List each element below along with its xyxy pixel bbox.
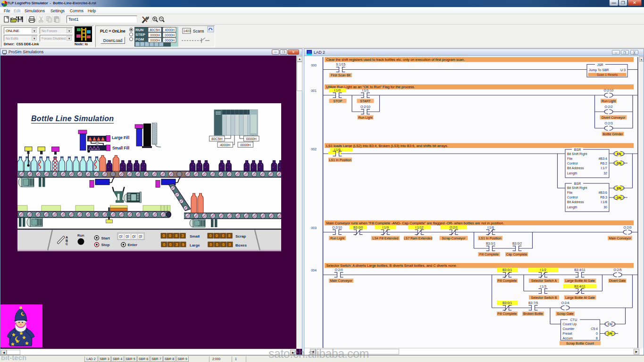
svg-text:START: START — [360, 99, 371, 103]
svg-text:3: 3 — [182, 233, 184, 238]
svg-text:Selector Switch B: Selector Switch B — [531, 296, 557, 299]
svg-text:Broken Bottle: Broken Bottle — [523, 312, 543, 315]
svg-text:4000H: 4000H — [165, 28, 175, 32]
svg-text:Scan 1 Resets: Scan 1 Resets — [597, 73, 618, 76]
svg-text:Scans: Scans — [193, 29, 204, 33]
svg-text:Counter: Counter — [563, 327, 575, 330]
svg-text:STEP: STEP — [135, 33, 146, 37]
svg-text:I:1/2: I:1/2 — [540, 268, 546, 272]
svg-text:Bit Address: Bit Address — [567, 200, 584, 204]
svg-text:O:2/3: O:2/3 — [604, 122, 612, 125]
svg-text:File: File — [567, 191, 572, 194]
svg-text:Scrap Bottle Count: Scrap Bottle Count — [566, 342, 594, 346]
svg-text:0: 0 — [229, 242, 231, 247]
svg-text:O:2/2: O:2/2 — [604, 105, 612, 108]
svg-text:Fill Complete: Fill Complete — [479, 253, 499, 256]
svg-text:LS1 In Position: LS1 In Position — [329, 158, 351, 162]
svg-text:0000H: 0000H — [165, 39, 175, 42]
svg-text:0: 0 — [209, 233, 212, 238]
svg-text:O:2/10: O:2/10 — [360, 105, 370, 108]
svg-text:A: A — [66, 236, 68, 239]
svg-text:Divert Conveyor: Divert Conveyor — [602, 116, 626, 120]
svg-text:BSR: BSR — [574, 182, 581, 185]
svg-text:I:1/12: I:1/12 — [415, 226, 424, 229]
svg-text:9: 9 — [182, 242, 184, 247]
svg-text:DN: DN — [608, 332, 612, 335]
svg-text:O:2/10: O:2/10 — [332, 226, 342, 229]
svg-text:0: 0 — [169, 242, 172, 247]
svg-text:R6:2: R6:2 — [600, 162, 607, 165]
svg-text:File: File — [567, 157, 572, 160]
svg-text:Bottle Line Simulation: Bottle Line Simulation — [31, 115, 114, 123]
svg-text:I:1/9: I:1/9 — [382, 226, 389, 229]
svg-text:Cap Complete: Cap Complete — [506, 253, 527, 256]
svg-text:8: 8 — [596, 337, 598, 340]
svg-text:I:1/1: I:1/1 — [362, 89, 369, 92]
svg-text:I:1/8: I:1/8 — [601, 200, 607, 204]
svg-text:Jump To SBR: Jump To SBR — [589, 68, 609, 72]
svg-text:B3:0/1: B3:0/1 — [502, 301, 512, 304]
svg-text:I:1/0: I:1/0 — [334, 89, 341, 92]
svg-text:Run Light: Run Light — [330, 237, 344, 240]
svg-text:0: 0 — [596, 332, 598, 335]
svg-text:0: 0 — [222, 233, 224, 238]
svg-text:0: 0 — [163, 242, 165, 247]
svg-text:EN: EN — [617, 187, 621, 190]
svg-text:8: 8 — [175, 233, 177, 238]
svg-text:Boxes: Boxes — [235, 243, 247, 247]
svg-text:I:1/7: I:1/7 — [601, 166, 607, 170]
svg-text:C5:4: C5:4 — [591, 327, 598, 330]
svg-text:0: 0 — [222, 242, 225, 247]
svg-text:I:1/3: I:1/3 — [540, 285, 546, 288]
svg-text:Length: Length — [567, 206, 577, 209]
svg-text:0: 0 — [169, 233, 171, 238]
svg-text:0: 0 — [125, 234, 128, 239]
svg-text:Run Light: Run Light — [359, 116, 373, 120]
svg-text:Accum: Accum — [563, 337, 573, 340]
svg-text:#B3:6: #B3:6 — [599, 191, 607, 194]
svg-text:B3:4/11: B3:4/11 — [574, 268, 585, 272]
svg-text:Large: Large — [190, 243, 200, 247]
svg-text:B3:0/1: B3:0/1 — [502, 268, 512, 272]
svg-text:EN: EN — [617, 152, 621, 156]
svg-text:Large Bottle At Gate: Large Bottle At Gate — [565, 279, 595, 283]
svg-text:LS7 Ram Extended: LS7 Ram Extended — [404, 237, 433, 240]
svg-text:0000H: 0000H — [240, 143, 251, 147]
svg-text:LS1 In Position: LS1 In Position — [479, 237, 501, 240]
svg-text:3: 3 — [176, 242, 178, 247]
svg-text:B3:0/2: B3:0/2 — [512, 242, 522, 245]
svg-text:Scrap Gate: Scrap Gate — [557, 312, 574, 316]
svg-text:LS4 Fill Extended: LS4 Fill Extended — [373, 237, 399, 240]
svg-text:Start: Start — [101, 236, 110, 240]
svg-text:B3:0/0: B3:0/0 — [353, 226, 363, 229]
svg-text:30: 30 — [603, 206, 607, 209]
svg-text:80C5H: 80C5H — [150, 28, 160, 32]
svg-text:0: 0 — [216, 233, 218, 238]
svg-text:O:2/1: O:2/1 — [450, 226, 458, 229]
svg-text:Bottle Grinder: Bottle Grinder — [602, 132, 623, 136]
svg-text:BSR: BSR — [574, 148, 581, 151]
svg-text:Enter: Enter — [128, 243, 137, 247]
svg-text:Run: Run — [77, 233, 84, 238]
svg-text:004: 004 — [311, 269, 317, 272]
svg-text:32: 32 — [603, 172, 607, 175]
svg-text:Fill Complete: Fill Complete — [498, 279, 517, 283]
svg-text:I:1/6: I:1/6 — [334, 148, 341, 151]
svg-text:O:2/4: O:2/4 — [561, 301, 569, 304]
svg-text:000: 000 — [311, 64, 317, 67]
svg-text:Scrap: Scrap — [235, 234, 246, 239]
svg-text:Preset: Preset — [563, 332, 572, 335]
svg-text:O:2/0: O:2/0 — [335, 268, 343, 272]
svg-text:0: 0 — [163, 233, 165, 238]
svg-text:Large Fill: Large Fill — [112, 135, 129, 140]
svg-text:Main Conveyor runs when "Fill: Main Conveyor runs when "Fill Complete -… — [326, 221, 504, 225]
svg-text:First Scan Bit: First Scan Bit — [331, 74, 351, 77]
svg-text:0: 0 — [132, 234, 134, 239]
svg-text:Fill Complete: Fill Complete — [498, 312, 517, 316]
svg-text:B3:0/1: B3:0/1 — [486, 242, 495, 245]
svg-text:0000H: 0000H — [246, 137, 257, 141]
svg-text:STOP: STOP — [334, 99, 343, 103]
svg-text:Bit Shift Right: Bit Shift Right — [567, 186, 587, 190]
svg-text:8: 8 — [228, 233, 231, 238]
svg-text:DN: DN — [617, 162, 621, 165]
